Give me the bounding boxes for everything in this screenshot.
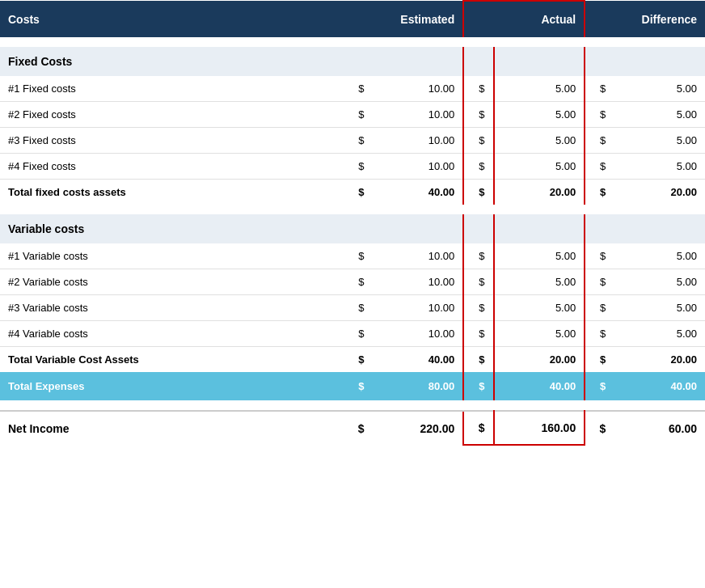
spacer-row-2 [0, 205, 705, 214]
total-variable-diff-amount: 20.00 [614, 347, 705, 373]
fixed-cost-1-label: #1 Fixed costs [0, 76, 344, 102]
fixed-cost-2-label: #2 Fixed costs [0, 102, 344, 128]
total-variable-diff-dollar: $ [585, 347, 614, 373]
variable-cost-3-act-dollar: $ [463, 295, 493, 321]
variable-costs-label: Variable costs [0, 214, 344, 243]
fixed-cost-1-act-amount: 5.00 [494, 76, 585, 102]
fixed-cost-3-est-dollar: $ [344, 128, 373, 154]
variable-cost-2-est-dollar: $ [344, 269, 373, 295]
costs-header: Costs [0, 1, 344, 37]
fixed-costs-label: Fixed Costs [0, 47, 344, 76]
variable-cost-1-diff-amount: 5.00 [614, 243, 705, 269]
total-fixed-diff-amount: 20.00 [614, 180, 705, 205]
fixed-cost-1-est-dollar: $ [344, 76, 373, 102]
variable-cost-row-4: #4 Variable costs $ 10.00 $ 5.00 $ 5.00 [0, 321, 705, 347]
variable-costs-section-header: Variable costs [0, 214, 705, 243]
fixed-cost-4-act-amount: 5.00 [494, 154, 585, 180]
fixed-cost-2-diff-dollar: $ [585, 102, 614, 128]
net-income-diff-amount: 60.00 [614, 411, 705, 445]
variable-cost-3-est-amount: 10.00 [373, 295, 464, 321]
total-expenses-est-amount: 80.00 [373, 372, 464, 400]
fixed-cost-2-est-dollar: $ [344, 102, 373, 128]
total-fixed-costs-row: Total fixed costs assets $ 40.00 $ 20.00… [0, 180, 705, 205]
total-expenses-act-dollar: $ [463, 372, 493, 400]
variable-cost-2-diff-dollar: $ [585, 269, 614, 295]
net-income-est-amount: 220.00 [373, 411, 464, 445]
fixed-cost-4-label: #4 Fixed costs [0, 154, 344, 180]
fixed-cost-3-act-dollar: $ [463, 128, 493, 154]
total-variable-est-amount: 40.00 [373, 347, 464, 373]
total-expenses-row: Total Expenses $ 80.00 $ 40.00 $ 40.00 [0, 372, 705, 400]
fixed-cost-row-1: #1 Fixed costs $ 10.00 $ 5.00 $ 5.00 [0, 76, 705, 102]
total-variable-est-dollar: $ [344, 347, 373, 373]
fixed-cost-1-act-dollar: $ [463, 76, 493, 102]
net-income-act-dollar: $ [463, 411, 493, 445]
spacer-row [0, 37, 705, 47]
total-fixed-act-dollar: $ [463, 180, 493, 205]
estimated-header: Estimated [344, 1, 463, 37]
net-income-act-amount: 160.00 [494, 411, 585, 445]
variable-cost-2-diff-amount: 5.00 [614, 269, 705, 295]
variable-cost-1-est-amount: 10.00 [373, 243, 464, 269]
fixed-cost-3-act-amount: 5.00 [494, 128, 585, 154]
variable-cost-2-est-amount: 10.00 [373, 269, 464, 295]
net-income-est-dollar: $ [344, 411, 373, 445]
variable-cost-3-diff-dollar: $ [585, 295, 614, 321]
total-expenses-est-dollar: $ [344, 372, 373, 400]
total-expenses-diff-amount: 40.00 [614, 372, 705, 400]
total-variable-act-amount: 20.00 [494, 347, 585, 373]
spacer-row-3 [0, 400, 705, 411]
total-fixed-act-amount: 20.00 [494, 180, 585, 205]
fixed-cost-3-diff-amount: 5.00 [614, 128, 705, 154]
variable-cost-2-act-amount: 5.00 [494, 269, 585, 295]
variable-cost-1-label: #1 Variable costs [0, 243, 344, 269]
variable-cost-2-label: #2 Variable costs [0, 269, 344, 295]
fixed-cost-2-act-dollar: $ [463, 102, 493, 128]
fixed-cost-4-est-amount: 10.00 [373, 154, 464, 180]
variable-cost-2-act-dollar: $ [463, 269, 493, 295]
fixed-cost-2-est-amount: 10.00 [373, 102, 464, 128]
fixed-cost-4-diff-amount: 5.00 [614, 154, 705, 180]
variable-cost-4-diff-amount: 5.00 [614, 321, 705, 347]
fixed-cost-row-4: #4 Fixed costs $ 10.00 $ 5.00 $ 5.00 [0, 154, 705, 180]
fixed-costs-section-header: Fixed Costs [0, 47, 705, 76]
total-fixed-diff-dollar: $ [585, 180, 614, 205]
variable-cost-1-act-dollar: $ [463, 243, 493, 269]
variable-cost-4-diff-dollar: $ [585, 321, 614, 347]
variable-cost-4-label: #4 Variable costs [0, 321, 344, 347]
variable-cost-row-2: #2 Variable costs $ 10.00 $ 5.00 $ 5.00 [0, 269, 705, 295]
variable-cost-4-act-amount: 5.00 [494, 321, 585, 347]
total-fixed-est-dollar: $ [344, 180, 373, 205]
header-row: Costs Estimated Actual Difference [0, 1, 705, 37]
fixed-cost-3-label: #3 Fixed costs [0, 128, 344, 154]
fixed-cost-3-diff-dollar: $ [585, 128, 614, 154]
variable-cost-4-act-dollar: $ [463, 321, 493, 347]
difference-header: Difference [585, 1, 705, 37]
variable-cost-3-est-dollar: $ [344, 295, 373, 321]
fixed-cost-4-diff-dollar: $ [585, 154, 614, 180]
total-expenses-diff-dollar: $ [585, 372, 614, 400]
total-variable-act-dollar: $ [463, 347, 493, 373]
variable-cost-4-est-dollar: $ [344, 321, 373, 347]
fixed-cost-1-diff-amount: 5.00 [614, 76, 705, 102]
net-income-diff-dollar: $ [585, 411, 614, 445]
net-income-row: Net Income $ 220.00 $ 160.00 $ 60.00 [0, 411, 705, 445]
fixed-cost-4-est-dollar: $ [344, 154, 373, 180]
variable-cost-row-3: #3 Variable costs $ 10.00 $ 5.00 $ 5.00 [0, 295, 705, 321]
total-variable-costs-row: Total Variable Cost Assets $ 40.00 $ 20.… [0, 347, 705, 373]
fixed-cost-4-act-dollar: $ [463, 154, 493, 180]
net-income-label: Net Income [0, 411, 344, 445]
total-fixed-costs-label: Total fixed costs assets [0, 180, 344, 205]
variable-cost-1-act-amount: 5.00 [494, 243, 585, 269]
variable-cost-1-diff-dollar: $ [585, 243, 614, 269]
actual-header: Actual [463, 1, 585, 37]
fixed-cost-2-act-amount: 5.00 [494, 102, 585, 128]
fixed-cost-1-diff-dollar: $ [585, 76, 614, 102]
total-expenses-label: Total Expenses [0, 372, 344, 400]
fixed-cost-3-est-amount: 10.00 [373, 128, 464, 154]
costs-table-container: Costs Estimated Actual Difference Fixed … [0, 0, 705, 446]
fixed-cost-row-2: #2 Fixed costs $ 10.00 $ 5.00 $ 5.00 [0, 102, 705, 128]
total-variable-costs-label: Total Variable Cost Assets [0, 347, 344, 373]
variable-cost-4-est-amount: 10.00 [373, 321, 464, 347]
fixed-cost-2-diff-amount: 5.00 [614, 102, 705, 128]
